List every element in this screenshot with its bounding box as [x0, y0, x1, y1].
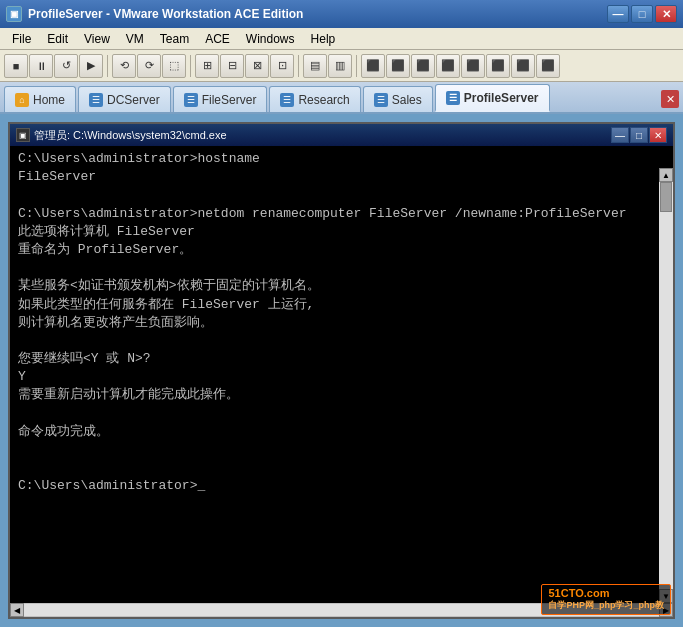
cmd-minimize-btn[interactable]: —	[611, 127, 629, 143]
watermark: 51CTO.com 自学PHP网_php学习_php教	[541, 584, 671, 615]
toolbar-btn-n[interactable]: ⬛	[536, 54, 560, 78]
title-bar: ▣ ProfileServer - VMware Workstation ACE…	[0, 0, 683, 28]
toolbar-sep-4	[356, 55, 357, 77]
toolbar-stop-btn[interactable]: ■	[4, 54, 28, 78]
toolbar-btn-g[interactable]: ⬛	[361, 54, 385, 78]
menu-vm[interactable]: VM	[118, 30, 152, 48]
tab-dcserver-label: DCServer	[107, 93, 160, 107]
hscroll-left-btn[interactable]: ◀	[10, 603, 24, 617]
toolbar-pause-btn[interactable]: ⏸	[29, 54, 53, 78]
cmd-content-area[interactable]: C:\Users\administrator>hostname FileServ…	[10, 146, 673, 603]
tab-dcserver[interactable]: ☰ DCServer	[78, 86, 171, 112]
cmd-controls: — □ ✕	[611, 127, 667, 143]
toolbar-clone-btn[interactable]: ⬚	[162, 54, 186, 78]
toolbar-btn-c[interactable]: ⊠	[245, 54, 269, 78]
window-title: ProfileServer - VMware Workstation ACE E…	[28, 7, 607, 21]
toolbar-group-1: ■ ⏸ ↺ ▶	[4, 54, 103, 78]
tab-fileserver[interactable]: ☰ FileServer	[173, 86, 268, 112]
cmd-maximize-btn[interactable]: □	[630, 127, 648, 143]
toolbar-btn-h[interactable]: ⬛	[386, 54, 410, 78]
toolbar-group-3: ⊞ ⊟ ⊠ ⊡	[195, 54, 294, 78]
cmd-output: C:\Users\administrator>hostname FileServ…	[18, 150, 665, 496]
cmd-title: 管理员: C:\Windows\system32\cmd.exe	[34, 128, 611, 143]
app-icon: ▣	[6, 6, 22, 22]
toolbar-sep-1	[107, 55, 108, 77]
menu-file[interactable]: File	[4, 30, 39, 48]
tab-bar: ⌂ Home ☰ DCServer ☰ FileServer ☰ Researc…	[0, 82, 683, 114]
tab-fileserver-label: FileServer	[202, 93, 257, 107]
tab-research[interactable]: ☰ Research	[269, 86, 360, 112]
tab-bar-close-button[interactable]: ✕	[661, 90, 679, 108]
menu-ace[interactable]: ACE	[197, 30, 238, 48]
minimize-button[interactable]: —	[607, 5, 629, 23]
menu-windows[interactable]: Windows	[238, 30, 303, 48]
tab-sales-label: Sales	[392, 93, 422, 107]
profileserver-tab-icon: ☰	[446, 91, 460, 105]
toolbar-group-2: ⟲ ⟳ ⬚	[112, 54, 186, 78]
tab-sales[interactable]: ☰ Sales	[363, 86, 433, 112]
tab-profileserver-label: ProfileServer	[464, 91, 539, 105]
menu-help[interactable]: Help	[303, 30, 344, 48]
menu-bar: File Edit View VM Team ACE Windows Help	[0, 28, 683, 50]
toolbar-restore-btn[interactable]: ⟳	[137, 54, 161, 78]
menu-team[interactable]: Team	[152, 30, 197, 48]
toolbar-btn-b[interactable]: ⊟	[220, 54, 244, 78]
main-content: ▣ 管理员: C:\Windows\system32\cmd.exe — □ ✕…	[0, 114, 683, 627]
window-controls: — □ ✕	[607, 5, 677, 23]
toolbar-btn-i[interactable]: ⬛	[411, 54, 435, 78]
toolbar-btn-f[interactable]: ▥	[328, 54, 352, 78]
cmd-close-btn[interactable]: ✕	[649, 127, 667, 143]
cmd-icon: ▣	[16, 128, 30, 142]
toolbar-sep-2	[190, 55, 191, 77]
toolbar-btn-l[interactable]: ⬛	[486, 54, 510, 78]
cmd-title-bar: ▣ 管理员: C:\Windows\system32\cmd.exe — □ ✕	[10, 124, 673, 146]
toolbar-skip-btn[interactable]: ▶	[79, 54, 103, 78]
toolbar-btn-e[interactable]: ▤	[303, 54, 327, 78]
fileserver-tab-icon: ☰	[184, 93, 198, 107]
cmd-window: ▣ 管理员: C:\Windows\system32\cmd.exe — □ ✕…	[8, 122, 675, 619]
tab-home[interactable]: ⌂ Home	[4, 86, 76, 112]
menu-edit[interactable]: Edit	[39, 30, 76, 48]
scroll-up-btn[interactable]: ▲	[659, 168, 673, 182]
toolbar-group-4: ▤ ▥	[303, 54, 352, 78]
tab-home-label: Home	[33, 93, 65, 107]
tab-profileserver[interactable]: ☰ ProfileServer	[435, 84, 550, 112]
scroll-track[interactable]	[659, 182, 673, 589]
toolbar-btn-j[interactable]: ⬛	[436, 54, 460, 78]
research-tab-icon: ☰	[280, 93, 294, 107]
sales-tab-icon: ☰	[374, 93, 388, 107]
scroll-thumb[interactable]	[660, 182, 672, 212]
dcserver-tab-icon: ☰	[89, 93, 103, 107]
close-button[interactable]: ✕	[655, 5, 677, 23]
toolbar-reset-btn[interactable]: ↺	[54, 54, 78, 78]
toolbar-btn-m[interactable]: ⬛	[511, 54, 535, 78]
toolbar-snapshot-btn[interactable]: ⟲	[112, 54, 136, 78]
cmd-scrollbar[interactable]: ▲ ▼	[659, 168, 673, 603]
watermark-line2: 自学PHP网_php学习_php教	[548, 599, 664, 612]
home-tab-icon: ⌂	[15, 93, 29, 107]
watermark-line1: 51CTO.com	[548, 587, 609, 599]
toolbar: ■ ⏸ ↺ ▶ ⟲ ⟳ ⬚ ⊞ ⊟ ⊠ ⊡ ▤ ▥ ⬛ ⬛ ⬛ ⬛ ⬛ ⬛ ⬛ …	[0, 50, 683, 82]
toolbar-btn-d[interactable]: ⊡	[270, 54, 294, 78]
maximize-button[interactable]: □	[631, 5, 653, 23]
toolbar-btn-a[interactable]: ⊞	[195, 54, 219, 78]
tab-research-label: Research	[298, 93, 349, 107]
toolbar-btn-k[interactable]: ⬛	[461, 54, 485, 78]
toolbar-group-5: ⬛ ⬛ ⬛ ⬛ ⬛ ⬛ ⬛ ⬛	[361, 54, 560, 78]
toolbar-sep-3	[298, 55, 299, 77]
menu-view[interactable]: View	[76, 30, 118, 48]
